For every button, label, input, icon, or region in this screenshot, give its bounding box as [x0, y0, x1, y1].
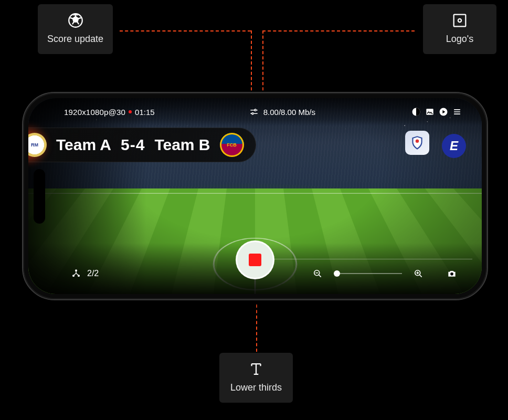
stream-status-bar: 1920x1080p@30 01:15 8.00/8.00 Mb/s	[28, 98, 482, 125]
snapshot-button[interactable]	[445, 267, 459, 280]
phone-device-frame: 1920x1080p@30 01:15 8.00/8.00 Mb/s	[22, 92, 488, 300]
channel-logo-letter: E	[450, 139, 458, 153]
connector-line	[120, 30, 251, 32]
zoom-out-button[interactable]	[311, 267, 324, 280]
callout-label: Logo's	[446, 34, 473, 45]
connector-line	[262, 30, 263, 96]
menu-button[interactable]	[450, 105, 464, 119]
play-circle-icon	[438, 107, 449, 117]
recording-dot-icon	[129, 110, 132, 113]
image-icon	[425, 107, 435, 117]
elapsed-time: 01:15	[135, 108, 155, 117]
callout-label: Lower thirds	[230, 382, 282, 393]
zoom-in-button[interactable]	[411, 267, 425, 280]
bitrate-label: 8.00/8.00 Mb/s	[263, 108, 315, 117]
league-badge-overlay[interactable]	[405, 131, 429, 155]
text-icon	[247, 360, 265, 378]
svg-point-2	[458, 19, 461, 22]
team-a-crest: RM	[28, 133, 47, 157]
svg-point-10	[75, 269, 77, 271]
stop-icon	[249, 254, 261, 266]
svg-point-15	[450, 272, 453, 276]
logo-square-icon	[451, 12, 469, 29]
bitrate-group[interactable]: 8.00/8.00 Mb/s	[249, 107, 315, 117]
connector-line	[262, 30, 415, 32]
svg-point-4	[252, 113, 253, 114]
score-overlay[interactable]: RM Team A 5-4 Team B FCB	[28, 128, 256, 162]
contrast-icon	[411, 107, 421, 117]
league-shield-icon	[410, 135, 424, 151]
callout-logos: Logo's	[423, 4, 496, 54]
connections-button[interactable]	[69, 267, 83, 280]
resolution-label: 1920x1080p@30	[64, 108, 125, 117]
connections-count: 2/2	[87, 269, 99, 278]
svg-point-3	[255, 109, 256, 111]
camera-icon	[447, 268, 457, 279]
team-b-name: Team B	[154, 136, 210, 154]
contrast-button[interactable]	[409, 105, 423, 119]
record-stop-button[interactable]	[236, 240, 274, 279]
zoom-in-icon	[413, 268, 424, 279]
zoom-slider[interactable]	[334, 273, 402, 274]
team-a-name: Team A	[56, 136, 111, 154]
network-nodes-icon	[71, 268, 81, 279]
callout-score-update: Score update	[38, 4, 113, 54]
callout-label: Score update	[47, 34, 103, 45]
play-button[interactable]	[437, 105, 450, 119]
image-button[interactable]	[423, 105, 437, 119]
sliders-icon	[249, 107, 259, 117]
channel-logo-overlay[interactable]: E	[442, 134, 466, 158]
soccer-ball-icon	[67, 12, 84, 29]
zoom-out-icon	[312, 268, 323, 279]
menu-icon	[452, 107, 462, 117]
connector-line	[251, 30, 252, 96]
callout-lower-thirds: Lower thirds	[219, 353, 293, 403]
zoom-slider-handle[interactable]	[334, 270, 340, 277]
device-notch	[34, 169, 45, 224]
svg-point-9	[416, 140, 419, 143]
svg-rect-1	[454, 15, 466, 27]
svg-point-7	[428, 110, 429, 111]
connector-line	[256, 304, 257, 352]
score-value: 5-4	[121, 136, 145, 154]
team-b-crest: FCB	[220, 133, 244, 157]
app-viewport: 1920x1080p@30 01:15 8.00/8.00 Mb/s	[28, 98, 482, 294]
